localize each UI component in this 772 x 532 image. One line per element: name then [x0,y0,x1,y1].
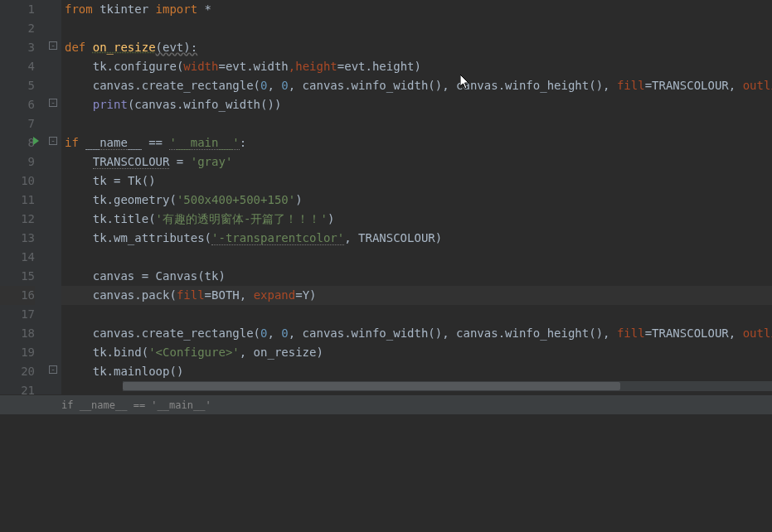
line-number: 2 [0,19,35,38]
line-number: 15 [0,267,35,286]
fold-toggle-icon[interactable]: - [49,41,57,50]
code-line[interactable]: tk = Tk() [61,172,772,191]
code-line[interactable]: if __name__ == '__main__': [61,133,772,152]
code-line[interactable] [61,114,772,133]
code-line[interactable]: tk.mainloop() [61,362,772,381]
line-number: 8 [0,133,35,152]
breadcrumb-item[interactable]: if __name__ == '__main__' [61,399,211,411]
line-number: 21 [0,381,35,400]
line-number: 20 [0,362,35,381]
code-line[interactable]: canvas = Canvas(tk) [61,267,772,286]
line-number: 1 [0,0,35,19]
code-editor[interactable]: 1 2 3 4 5 6 7 8 9 10 11 12 13 14 15 16 1… [0,0,772,394]
line-number: 18 [0,324,35,343]
line-number: 3 [0,38,35,57]
code-line[interactable]: tk.wm_attributes('-transparentcolor', TR… [61,229,772,248]
line-number: 12 [0,210,35,229]
code-line[interactable]: def on_resize(evt): [61,38,772,57]
code-line[interactable] [61,19,772,38]
code-line[interactable]: tk.bind('<Configure>', on_resize) [61,343,772,362]
code-line[interactable]: tk.configure(width=evt.width,height=evt.… [61,57,772,76]
line-number: 11 [0,191,35,210]
line-number: 16 [0,286,35,305]
fold-toggle-icon[interactable]: - [49,365,57,374]
breadcrumb[interactable]: if __name__ == '__main__' [0,394,772,414]
run-gutter-icon[interactable] [33,137,39,145]
line-number: 5 [0,76,35,95]
line-number: 14 [0,248,35,267]
horizontal-scrollbar[interactable] [123,381,772,391]
code-line[interactable]: print(canvas.winfo_width()) [61,95,772,114]
fold-gutter: - - - - [46,0,61,394]
code-area[interactable]: from tkinter import * def on_resize(evt)… [61,0,772,394]
line-number: 19 [0,343,35,362]
code-line[interactable]: from tkinter import * [61,0,772,19]
bottom-panel [0,414,772,532]
line-number: 7 [0,114,35,133]
code-line[interactable]: TRANSCOLOUR = 'gray' [61,152,772,172]
line-number: 9 [0,152,35,172]
code-line[interactable] [61,305,772,324]
fold-toggle-icon[interactable]: - [49,99,57,107]
line-number: 13 [0,229,35,248]
code-line[interactable]: tk.title('有趣的透明窗体-开篇了！！！') [61,210,772,229]
code-line[interactable]: tk.geometry('500x400+500+150') [61,191,772,210]
fold-toggle-icon[interactable]: - [49,137,57,145]
line-number: 4 [0,57,35,76]
code-line[interactable] [61,248,772,267]
line-number: 17 [0,305,35,324]
scrollbar-thumb[interactable] [123,382,620,390]
line-number-gutter: 1 2 3 4 5 6 7 8 9 10 11 12 13 14 15 16 1… [0,0,46,394]
line-number: 6 [0,95,35,114]
code-line-current[interactable]: canvas.pack(fill=BOTH, expand=Y) [61,286,772,305]
code-line[interactable]: canvas.create_rectangle(0, 0, canvas.win… [61,76,772,95]
code-line[interactable]: canvas.create_rectangle(0, 0, canvas.win… [61,324,772,343]
line-number: 10 [0,172,35,191]
